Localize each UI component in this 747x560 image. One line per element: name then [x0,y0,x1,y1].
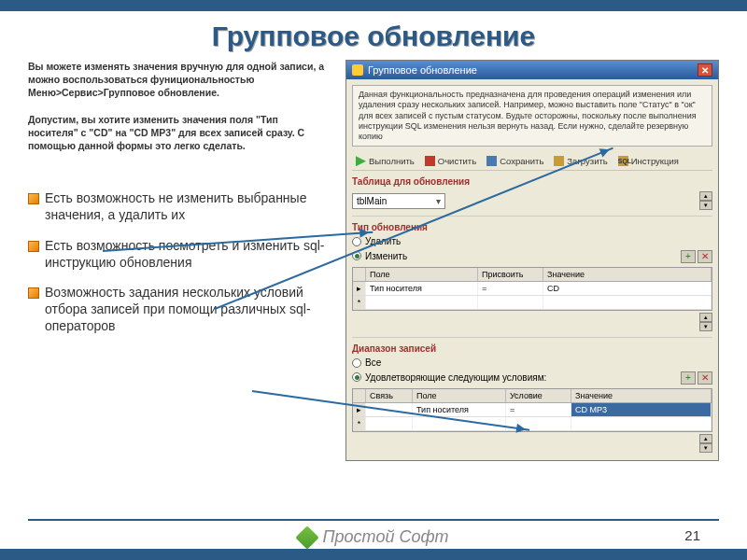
radio-all[interactable] [352,358,361,368]
window-title: Групповое обновление [368,64,477,76]
play-icon [356,156,366,166]
col-value: Значение [571,389,712,402]
section-collapse-buttons[interactable]: ▴▾ [699,313,712,331]
save-button[interactable]: Сохранить [483,154,547,168]
logo-icon [295,525,318,549]
footer-brand: Простой Софт [323,527,449,547]
slide-container: Групповое обновление Вы можете изменять … [0,0,747,560]
table-combo[interactable]: tblMain [352,193,445,209]
intro-p2: Допустим, вы хотите изменить значения по… [28,113,327,153]
col-link: Связь [366,389,413,402]
bullet-list: Есть возможность не изменить выбранные з… [28,189,327,334]
section-table-label: Таблица для обновления [352,176,712,187]
section-range-label: Диапазон записей [352,343,712,354]
remove-row-button[interactable]: ✕ [698,250,712,263]
add-row-button[interactable]: + [681,250,696,263]
radio-conditions[interactable] [352,372,361,382]
dialog-window: Групповое обновление ✕ Данная функционал… [345,60,719,461]
col-field: Поле [366,268,478,281]
bullet-item: Возможность задания нескольких условий о… [28,284,327,335]
add-row-button[interactable]: + [681,371,696,385]
col-assign: Присвоить [478,268,543,281]
content-area: Вы можете изменять значения вручную для … [0,60,747,461]
col-field: Поле [413,389,506,402]
bullet-item: Есть возможность не изменить выбранные з… [28,189,327,223]
intro-p1: Вы можете изменять значения вручную для … [28,60,327,100]
footer-divider [28,519,719,521]
footer: Простой Софт [0,527,747,547]
section-collapse-buttons[interactable]: ▴▾ [699,434,712,453]
bullet-item: Есть возможность посмотреть и изменить s… [28,237,327,271]
clear-icon [425,156,435,166]
right-column: Групповое обновление ✕ Данная функционал… [345,60,719,461]
run-button[interactable]: Выполнить [352,154,418,168]
toolbar: Выполнить Очистить Сохранить Загрузить S… [352,152,712,171]
sql-button[interactable]: SQLИнструкция [614,154,683,168]
window-titlebar: Групповое обновление ✕ [346,61,718,79]
conditions-grid[interactable]: Связь Поле Условие Значение ▸ Тип носите… [352,388,712,432]
sql-icon: SQL [618,156,628,166]
remove-row-button[interactable]: ✕ [698,371,712,385]
clear-button[interactable]: Очистить [421,154,480,168]
page-title: Групповое обновление [0,11,747,60]
section-collapse-buttons[interactable]: ▴▾ [699,191,712,210]
radio-delete[interactable] [352,237,361,246]
intro-text: Вы можете изменять значения вручную для … [28,60,327,152]
close-button[interactable]: ✕ [698,63,712,77]
window-body: Данная функциональность предназначена дл… [346,79,718,460]
bottom-bar [0,549,747,560]
col-value: Значение [543,268,712,281]
top-bar [0,0,747,11]
save-icon [486,156,497,166]
page-number: 21 [684,527,700,543]
description-box: Данная функциональность предназначена дл… [352,85,712,147]
row-pointer-icon: ▸ [353,282,366,295]
load-icon [554,156,564,166]
left-column: Вы можете изменять значения вручную для … [28,60,327,461]
col-cond: Условие [506,389,571,402]
window-icon [352,64,363,76]
update-grid[interactable]: Поле Присвоить Значение ▸ Тип носителя =… [352,267,712,311]
